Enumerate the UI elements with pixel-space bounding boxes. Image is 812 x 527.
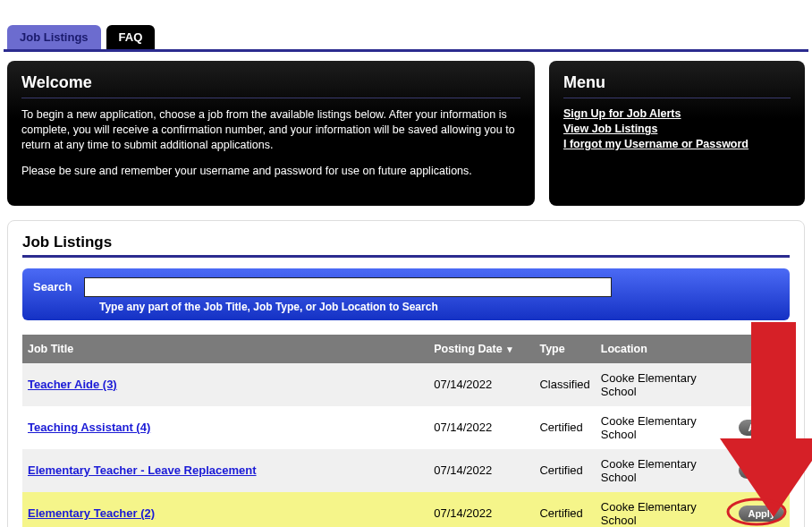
table-row: Elementary Teacher - Leave Replacement07… (22, 449, 790, 492)
job-title-link[interactable]: Elementary Teacher - Leave Replacement (28, 463, 257, 477)
search-label: Search (33, 280, 72, 293)
job-title-link[interactable]: Teacher Aide (3) (28, 378, 117, 391)
tab-job-listings[interactable]: Job Listings (7, 25, 101, 49)
menu-link-forgot-credentials[interactable]: I forgot my Username or Password (563, 138, 791, 150)
posting-date: 07/14/2022 (428, 363, 534, 406)
col-header-location[interactable]: Location (596, 335, 734, 363)
tab-faq[interactable]: FAQ (106, 25, 156, 49)
welcome-text-2: Please be sure and remember your usernam… (21, 164, 520, 179)
listings-table: Job Title Posting Date ▼ Type Location T… (22, 335, 790, 528)
table-header-row: Job Title Posting Date ▼ Type Location (22, 335, 790, 363)
posting-date: 07/14/2022 (428, 449, 534, 492)
job-location: Cooke Elementary School (596, 406, 734, 449)
menu-link-view-listings[interactable]: View Job Listings (563, 123, 791, 135)
job-type: Certified (534, 492, 595, 528)
col-header-title[interactable]: Job Title (22, 335, 428, 363)
listings-heading: Job Listings (22, 234, 790, 251)
apply-button[interactable]: Apply (739, 420, 784, 436)
col-header-date-label: Posting Date (434, 343, 502, 355)
search-input[interactable] (84, 277, 612, 297)
menu-link-signup-alerts[interactable]: Sign Up for Job Alerts (563, 107, 791, 120)
job-location: Cooke Elementary School (596, 363, 734, 406)
tab-bar: Job Listings FAQ (4, 25, 808, 52)
job-location: Cooke Elementary School (596, 492, 734, 528)
welcome-title: Welcome (21, 73, 520, 92)
menu-title: Menu (563, 73, 791, 92)
apply-button[interactable]: Apply (739, 506, 784, 522)
divider (21, 98, 520, 98)
job-type: Certified (534, 449, 595, 492)
welcome-panel: Welcome To begin a new application, choo… (7, 61, 535, 206)
table-row: Elementary Teacher (2)07/14/2022Certifie… (22, 492, 790, 528)
col-header-type[interactable]: Type (534, 335, 595, 363)
search-hint: Type any part of the Job Title, Job Type… (99, 301, 779, 313)
job-title-link[interactable]: Teaching Assistant (4) (28, 421, 150, 434)
search-bar: Search Type any part of the Job Title, J… (22, 268, 790, 320)
sort-desc-icon: ▼ (505, 344, 514, 354)
col-header-apply (733, 335, 790, 363)
table-row: Teacher Aide (3)07/14/2022ClassifiedCook… (22, 363, 790, 406)
posting-date: 07/14/2022 (428, 406, 534, 449)
welcome-text-1: To begin a new application, choose a job… (21, 107, 520, 153)
menu-panel: Menu Sign Up for Job Alerts View Job Lis… (549, 61, 805, 206)
table-row: Teaching Assistant (4)07/14/2022Certifie… (22, 406, 790, 449)
posting-date: 07/14/2022 (428, 492, 534, 528)
listings-table-wrap: Job Title Posting Date ▼ Type Location T… (22, 335, 790, 528)
job-type: Classified (534, 363, 595, 406)
job-location: Cooke Elementary School (596, 449, 734, 492)
job-listings-card: Job Listings Search Type any part of the… (7, 220, 805, 528)
job-type: Certified (534, 406, 595, 449)
job-title-link[interactable]: Elementary Teacher (2) (28, 506, 155, 520)
divider (563, 98, 791, 98)
col-header-date[interactable]: Posting Date ▼ (428, 335, 534, 363)
apply-button[interactable]: Apply (739, 463, 784, 479)
divider (22, 255, 790, 258)
